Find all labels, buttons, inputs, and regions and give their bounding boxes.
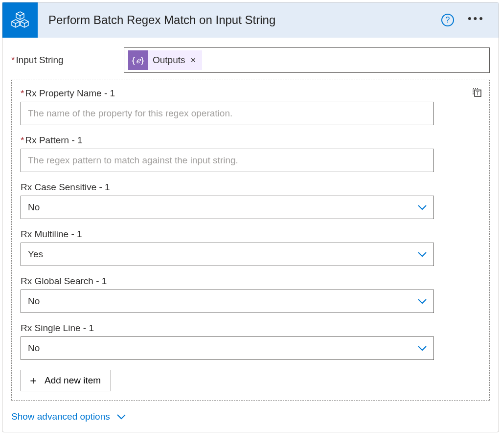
single-line-field: Rx Single Line - 1 No <box>21 323 480 360</box>
global-search-label: Rx Global Search - 1 <box>21 276 480 287</box>
global-search-select[interactable]: No <box>21 290 434 313</box>
header-actions: ? ••• <box>441 2 499 38</box>
input-string-row: *Input String {ℯ} Outputs ✕ <box>11 47 490 73</box>
property-name-input[interactable] <box>21 102 434 125</box>
pattern-label: *Rx Pattern - 1 <box>21 135 480 146</box>
pattern-input[interactable] <box>21 149 434 172</box>
single-line-select[interactable]: No <box>21 336 434 360</box>
case-sensitive-field: Rx Case Sensitive - 1 No <box>21 182 480 219</box>
multiline-label: Rx Multiline - 1 <box>21 229 480 240</box>
advanced-label: Show advanced options <box>11 411 110 422</box>
global-search-field: Rx Global Search - 1 No <box>21 276 480 313</box>
show-advanced-options[interactable]: Show advanced options <box>11 411 126 422</box>
chevron-down-icon <box>418 250 427 259</box>
multiline-field: Rx Multiline - 1 Yes <box>21 229 480 266</box>
regex-item-group: T *Rx Property Name - 1 *Rx Pattern - 1 … <box>11 80 490 401</box>
global-search-value: No <box>28 296 40 307</box>
add-new-label: Add new item <box>45 375 101 386</box>
pattern-label-text: Rx Pattern - 1 <box>25 135 82 145</box>
chevron-down-icon <box>418 297 427 306</box>
multiline-select[interactable]: Yes <box>21 243 434 266</box>
input-string-label-text: Input String <box>16 55 63 65</box>
card-body: *Input String {ℯ} Outputs ✕ T <box>2 38 499 432</box>
plus-icon: ＋ <box>28 375 39 386</box>
expression-icon: {ℯ} <box>128 50 148 70</box>
case-sensitive-label: Rx Case Sensitive - 1 <box>21 182 480 193</box>
property-name-label: *Rx Property Name - 1 <box>21 88 480 99</box>
single-line-label: Rx Single Line - 1 <box>21 323 480 334</box>
case-sensitive-value: No <box>28 202 40 213</box>
card-header: Perform Batch Regex Match on Input Strin… <box>2 2 499 38</box>
required-asterisk: * <box>11 55 15 65</box>
property-name-label-text: Rx Property Name - 1 <box>25 88 115 98</box>
token-label: Outputs <box>153 55 185 66</box>
property-name-field: *Rx Property Name - 1 <box>21 88 480 125</box>
card-title[interactable]: Perform Batch Regex Match on Input Strin… <box>38 2 441 38</box>
multiline-value: Yes <box>28 249 43 260</box>
chevron-down-icon <box>418 203 427 212</box>
required-asterisk: * <box>21 135 24 145</box>
copy-item-icon[interactable]: T <box>471 86 483 99</box>
single-line-value: No <box>28 343 40 354</box>
add-new-item-button[interactable]: ＋ Add new item <box>21 370 111 391</box>
input-string-field[interactable]: {ℯ} Outputs ✕ <box>124 47 490 73</box>
required-asterisk: * <box>21 88 24 98</box>
chevron-down-icon <box>418 344 427 353</box>
action-card: Perform Batch Regex Match on Input Strin… <box>2 2 499 432</box>
connector-icon <box>2 2 38 38</box>
input-string-label: *Input String <box>11 55 124 66</box>
pattern-field: *Rx Pattern - 1 <box>21 135 480 172</box>
outputs-token[interactable]: {ℯ} Outputs ✕ <box>128 50 202 70</box>
svg-text:T: T <box>476 90 479 96</box>
help-icon[interactable]: ? <box>441 14 454 26</box>
chevron-down-icon <box>117 412 126 421</box>
token-remove-icon[interactable]: ✕ <box>190 56 196 64</box>
more-menu-icon[interactable]: ••• <box>468 12 485 28</box>
case-sensitive-select[interactable]: No <box>21 196 434 219</box>
